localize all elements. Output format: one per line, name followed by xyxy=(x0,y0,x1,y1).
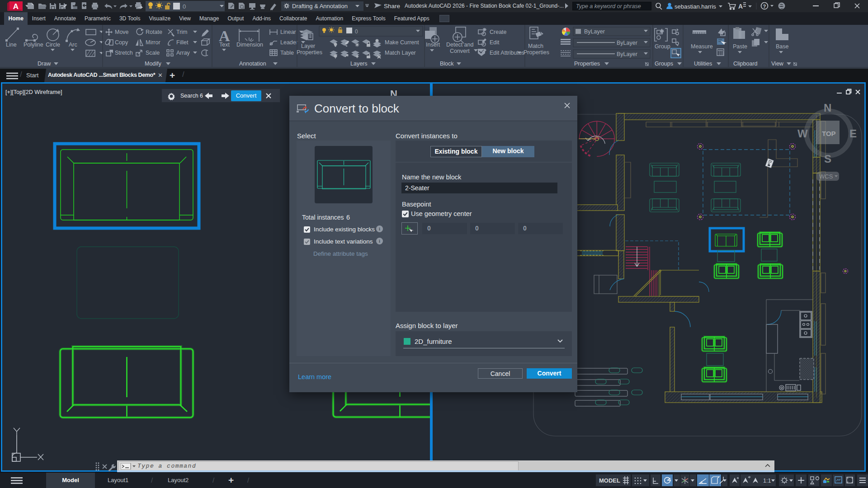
svg-text:Detect and: Detect and xyxy=(446,42,474,48)
svg-text:A: A xyxy=(13,2,19,11)
svg-text:ByLayer: ByLayer xyxy=(617,51,637,57)
svg-text:1:1: 1:1 xyxy=(763,478,771,484)
svg-text:Block: Block xyxy=(440,61,454,67)
svg-text:Stretch: Stretch xyxy=(115,50,133,56)
svg-text:Match Layer: Match Layer xyxy=(385,50,416,56)
svg-text:Utilities: Utilities xyxy=(694,61,712,67)
svg-text:W: W xyxy=(797,127,808,140)
svg-text:Properties: Properties xyxy=(524,49,549,56)
svg-text:Create: Create xyxy=(490,29,507,35)
svg-text:Properties: Properties xyxy=(297,49,322,56)
svg-text:Polyline: Polyline xyxy=(24,42,43,48)
svg-text:MODEL: MODEL xyxy=(599,477,620,484)
svg-text:?: ? xyxy=(763,4,766,9)
svg-text:Draw: Draw xyxy=(38,61,51,67)
svg-text:Make Current: Make Current xyxy=(385,39,419,46)
svg-text:Paste: Paste xyxy=(733,43,747,50)
svg-text:E: E xyxy=(849,127,857,140)
svg-text:0: 0 xyxy=(355,28,358,35)
svg-text:TOP: TOP xyxy=(822,130,836,137)
svg-text:Fillet: Fillet xyxy=(176,39,189,46)
svg-text:Dimension: Dimension xyxy=(236,42,263,48)
svg-text:ByLayer: ByLayer xyxy=(584,28,605,35)
svg-text:[+][Top][2D Wireframe]: [+][Top][2D Wireframe] xyxy=(5,89,62,95)
svg-text:Groups: Groups xyxy=(655,61,673,67)
svg-text:Line: Line xyxy=(6,42,17,48)
svg-text:Convert: Convert xyxy=(450,48,470,54)
svg-text:Rotate: Rotate xyxy=(146,29,162,35)
svg-text:Table: Table xyxy=(280,50,294,56)
svg-text:Leader: Leader xyxy=(280,39,298,46)
svg-text:Match: Match xyxy=(528,43,543,49)
svg-text:Share: Share xyxy=(384,3,400,9)
svg-text:Trim: Trim xyxy=(176,29,188,35)
svg-text:Circle: Circle xyxy=(46,42,60,48)
svg-text:N: N xyxy=(824,102,831,114)
svg-text:Group: Group xyxy=(655,43,670,50)
svg-text:A: A xyxy=(738,3,743,10)
svg-text:Modify: Modify xyxy=(145,61,162,67)
svg-text:Base: Base xyxy=(776,43,789,50)
svg-text:View: View xyxy=(771,61,784,67)
svg-text:Layer: Layer xyxy=(301,43,315,49)
svg-text:Measure: Measure xyxy=(691,43,713,50)
svg-text:Scale: Scale xyxy=(146,50,160,56)
svg-text:Mirror: Mirror xyxy=(146,39,160,46)
svg-text:Annotation: Annotation xyxy=(239,61,266,67)
svg-text:0: 0 xyxy=(183,3,186,10)
svg-text:Text: Text xyxy=(219,42,230,48)
svg-text:Drafting & Annotation: Drafting & Annotation xyxy=(292,3,348,9)
svg-text:Move: Move xyxy=(115,29,129,35)
svg-text:Layers: Layers xyxy=(350,61,368,67)
svg-text:WCS: WCS xyxy=(819,173,833,180)
svg-text:Linear: Linear xyxy=(280,29,296,35)
svg-text:sebastian.harris: sebastian.harris xyxy=(675,3,716,10)
svg-text:Copy: Copy xyxy=(115,39,128,46)
svg-text:Properties: Properties xyxy=(574,61,600,67)
svg-text:Clipboard: Clipboard xyxy=(733,61,758,67)
svg-text:Edit: Edit xyxy=(490,39,500,46)
svg-text:Array: Array xyxy=(176,50,190,56)
svg-text:ByLayer: ByLayer xyxy=(617,40,637,46)
svg-text:Insert: Insert xyxy=(426,42,440,48)
svg-text:Arc: Arc xyxy=(69,42,77,48)
svg-text:S: S xyxy=(824,153,831,165)
